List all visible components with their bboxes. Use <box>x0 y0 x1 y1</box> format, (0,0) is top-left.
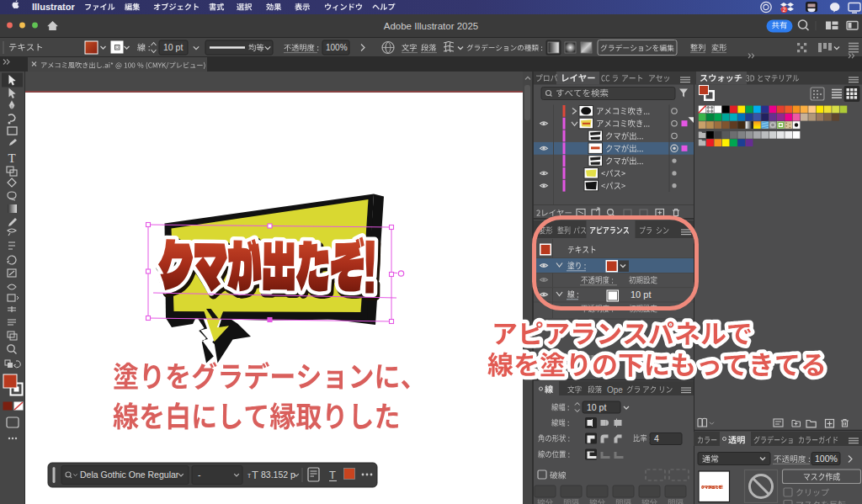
svg-text:100%: 100% <box>815 454 838 464</box>
svg-text:-: - <box>198 470 201 480</box>
svg-text:T: T <box>252 469 258 481</box>
svg-text:100%: 100% <box>326 43 348 52</box>
svg-text:Dela Gothic One Regular: Dela Gothic One Regular <box>80 470 179 480</box>
svg-text:10 pt: 10 pt <box>631 289 651 300</box>
svg-text:2: 2 <box>783 7 786 13</box>
svg-text:Illustrator: Illustrator <box>32 2 75 12</box>
svg-text:T: T <box>8 151 15 165</box>
svg-text:ᴛ: ᴛ <box>247 471 251 480</box>
svg-text:T: T <box>329 469 336 481</box>
svg-text:4: 4 <box>654 433 659 443</box>
svg-text:Adobe Illustrator 2025: Adobe Illustrator 2025 <box>384 21 479 31</box>
svg-text:10 pt: 10 pt <box>163 42 183 52</box>
svg-text:10 pt: 10 pt <box>587 402 606 412</box>
svg-text:Ope: Ope <box>607 385 623 395</box>
svg-text:83.152 p: 83.152 p <box>261 470 295 480</box>
